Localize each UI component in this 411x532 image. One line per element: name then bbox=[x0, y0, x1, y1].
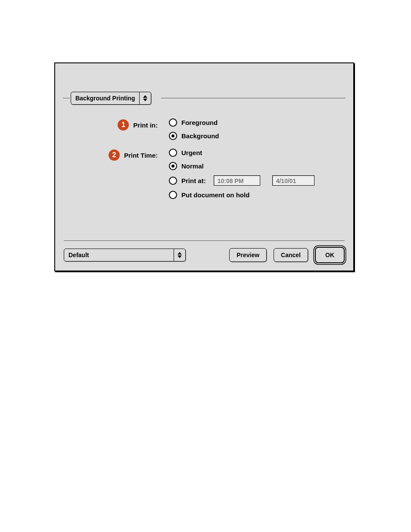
radio-label: Normal bbox=[181, 162, 204, 170]
row-print-time: 2 Print Time: Urgent Normal Print at: bbox=[83, 149, 343, 199]
radio-icon bbox=[169, 162, 177, 170]
radio-label: Print at: bbox=[181, 177, 206, 184]
radio-option-urgent[interactable]: Urgent bbox=[169, 149, 314, 157]
dialog-button-bar: Default Preview Cancel OK bbox=[64, 247, 345, 263]
panel-selector-value: Background Printing bbox=[71, 92, 139, 104]
label-print-in: Print in: bbox=[133, 121, 158, 129]
callout-badge-1: 1 bbox=[118, 119, 129, 131]
radio-label: Put document on hold bbox=[181, 191, 249, 199]
radio-icon bbox=[169, 132, 177, 140]
updown-arrows-icon bbox=[174, 249, 185, 261]
ok-button[interactable]: OK bbox=[315, 247, 345, 263]
radio-option-hold[interactable]: Put document on hold bbox=[169, 191, 314, 199]
divider bbox=[161, 98, 346, 99]
button-label: Cancel bbox=[281, 252, 301, 258]
print-at-time-field[interactable]: 10:08 PM bbox=[214, 175, 260, 186]
radio-icon bbox=[169, 118, 177, 127]
button-label: OK bbox=[325, 252, 334, 258]
label-print-time: Print Time: bbox=[124, 152, 158, 159]
radio-option-foreground[interactable]: Foreground bbox=[169, 118, 219, 127]
row-print-in: 1 Print in: Foreground Background bbox=[83, 118, 343, 140]
cancel-button[interactable]: Cancel bbox=[274, 248, 308, 262]
radio-icon bbox=[169, 191, 177, 199]
radio-option-background[interactable]: Background bbox=[169, 132, 219, 140]
preview-button[interactable]: Preview bbox=[229, 248, 267, 262]
radio-icon bbox=[169, 149, 177, 157]
radio-label: Background bbox=[181, 132, 219, 140]
radio-option-print-at[interactable]: Print at: 10:08 PM 4/10/01 bbox=[169, 175, 314, 186]
radio-label: Foreground bbox=[181, 119, 218, 126]
callout-badge-2: 2 bbox=[109, 149, 120, 161]
saved-settings-popup[interactable]: Default bbox=[64, 249, 186, 261]
divider bbox=[64, 240, 345, 241]
updown-arrows-icon bbox=[139, 92, 151, 104]
radio-label: Urgent bbox=[181, 149, 202, 156]
print-dialog: Background Printing 1 Print in: bbox=[54, 62, 354, 271]
saved-settings-value: Default bbox=[64, 249, 174, 261]
radio-icon bbox=[169, 177, 177, 185]
button-label: Preview bbox=[237, 252, 259, 258]
divider bbox=[63, 98, 70, 99]
radio-option-normal[interactable]: Normal bbox=[169, 162, 314, 170]
panel-selector-popup[interactable]: Background Printing bbox=[71, 92, 151, 105]
print-at-date-field[interactable]: 4/10/01 bbox=[272, 175, 314, 186]
